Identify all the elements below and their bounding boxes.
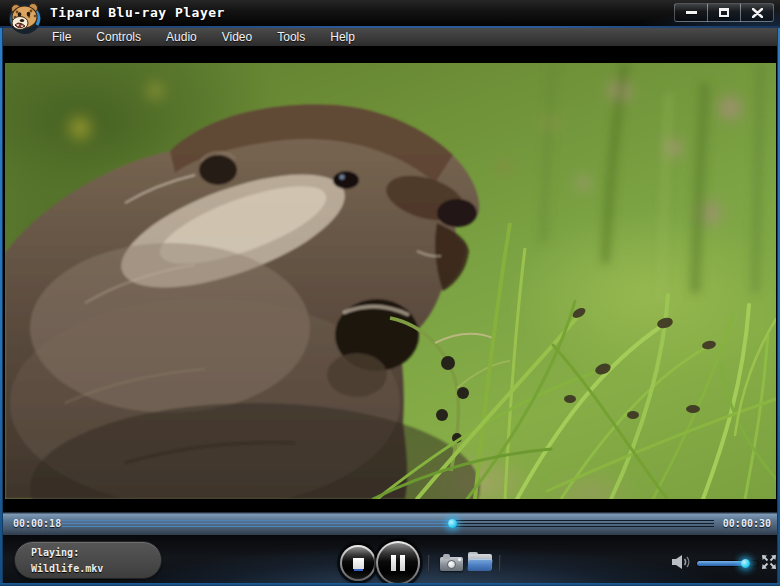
minimize-button[interactable] (674, 3, 708, 22)
leopard-logo (6, 1, 44, 35)
window-controls (675, 3, 774, 22)
stop-button-face (342, 547, 374, 579)
camera-flash-dot (458, 558, 461, 561)
now-playing-filename: Wildlife.mkv (31, 563, 103, 574)
volume-mute-button[interactable] (670, 554, 692, 570)
volume-slider[interactable] (697, 561, 758, 566)
menu-tools[interactable]: Tools (277, 30, 305, 44)
control-bar: Playing: Wildlife.mkv (0, 535, 780, 586)
camera-hump (443, 554, 450, 559)
stop-icon (353, 558, 364, 569)
seek-elapsed (62, 520, 453, 527)
fullscreen-button[interactable] (761, 554, 777, 570)
maximize-button[interactable] (707, 3, 741, 22)
menu-video[interactable]: Video (222, 30, 252, 44)
title-bar[interactable]: Tipard Blu-ray Player (0, 0, 780, 26)
pause-button-face (378, 543, 418, 583)
maximize-icon (719, 8, 729, 17)
camera-lens (447, 560, 456, 569)
video-surface[interactable] (5, 63, 776, 499)
total-time: 00:00:30 (723, 518, 771, 529)
pause-button[interactable] (376, 541, 420, 585)
menu-help[interactable]: Help (330, 30, 355, 44)
seek-track[interactable] (62, 520, 714, 527)
fullscreen-icon (762, 555, 776, 569)
open-file-button[interactable] (468, 554, 492, 571)
seek-bar: 00:00:18 00:00:30 (0, 512, 780, 535)
menu-audio[interactable]: Audio (166, 30, 197, 44)
minimize-icon (686, 11, 697, 14)
volume-thumb[interactable] (741, 559, 750, 568)
seek-thumb[interactable] (448, 519, 457, 528)
menu-controls[interactable]: Controls (96, 30, 141, 44)
app-window: Tipard Blu-ray Player (0, 0, 780, 586)
speaker-icon (672, 555, 689, 569)
app-title: Tipard Blu-ray Player (50, 5, 225, 20)
window-frame-left (0, 28, 3, 586)
divider (499, 555, 501, 571)
pause-icon (391, 555, 405, 571)
now-playing-panel: Playing: Wildlife.mkv (14, 541, 162, 579)
marmot-scene (5, 63, 776, 499)
stop-button[interactable] (340, 545, 376, 581)
video-letterbox (0, 46, 780, 512)
folder-front (467, 559, 492, 571)
close-button[interactable] (740, 3, 774, 22)
elapsed-time: 00:00:18 (13, 518, 61, 529)
menu-file[interactable]: File (52, 30, 71, 44)
close-icon (752, 8, 763, 18)
snapshot-button[interactable] (440, 554, 463, 571)
now-playing-label: Playing: (31, 547, 79, 558)
divider (428, 555, 430, 571)
menu-bar: File Controls Audio Video Tools Help (0, 28, 780, 46)
volume-level (697, 561, 746, 566)
